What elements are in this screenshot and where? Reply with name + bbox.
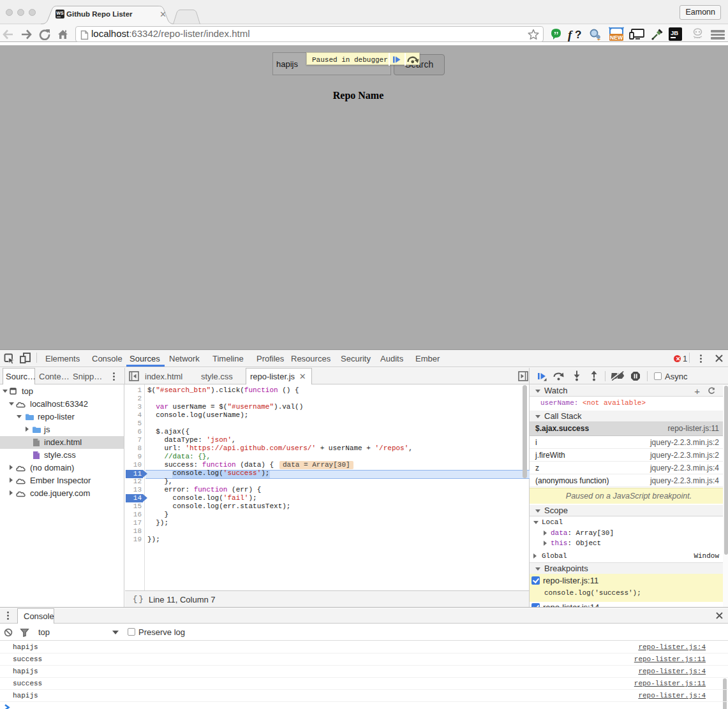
svg-text:NEW: NEW	[610, 34, 623, 41]
